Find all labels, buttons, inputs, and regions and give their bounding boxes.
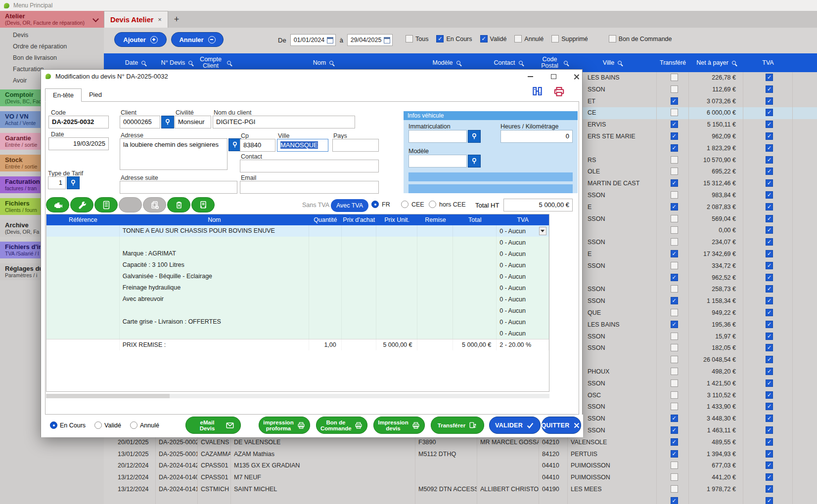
- item-row[interactable]: TONNE A EAU SUR CHASSIS POUR BOVINS ENUV…: [46, 225, 549, 237]
- add-button[interactable]: Ajouter: [114, 32, 167, 47]
- search-icon[interactable]: [564, 61, 568, 65]
- calendar-icon[interactable]: [384, 37, 390, 43]
- tva-checkbox[interactable]: [766, 333, 773, 340]
- tab-close-icon[interactable]: ×: [158, 16, 162, 23]
- transfere-checkbox[interactable]: [671, 109, 678, 116]
- tva-checkbox[interactable]: [766, 497, 773, 504]
- civilite-field[interactable]: Monsieur: [175, 116, 211, 128]
- pays-field[interactable]: [332, 139, 379, 152]
- tva-checkbox[interactable]: [766, 356, 773, 363]
- type-tarif-field[interactable]: 1: [48, 176, 66, 189]
- item-row[interactable]: Galvanisée - Béquille - Eclairage0 - Auc…: [46, 271, 549, 282]
- tva-checkbox[interactable]: [766, 462, 773, 469]
- total-ht-field[interactable]: 5 000,00 €: [503, 199, 573, 211]
- adresse-suite-field[interactable]: [120, 181, 237, 194]
- checkbox-annule[interactable]: [514, 35, 522, 42]
- table-row[interactable]: [104, 496, 817, 504]
- radio-fr[interactable]: [371, 201, 379, 208]
- tab-en-tete[interactable]: En-tête: [45, 88, 82, 102]
- transfere-checkbox[interactable]: [671, 321, 678, 328]
- search-icon[interactable]: [141, 61, 145, 65]
- tva-checkbox[interactable]: [766, 238, 773, 246]
- tva-checkbox[interactable]: [766, 215, 773, 222]
- table-row[interactable]: 13/01/2025DA-2025-0001CAZAMMAAZAM Mathia…: [104, 449, 817, 461]
- tva-checkbox[interactable]: [766, 450, 773, 458]
- filter-supprime[interactable]: Supprimé: [551, 35, 588, 42]
- client-lookup-button[interactable]: [161, 116, 174, 128]
- transferer-button[interactable]: Transférer: [431, 417, 484, 434]
- vehicle-modele-lookup-button[interactable]: [468, 155, 481, 168]
- cancel-button[interactable]: Annuler: [171, 32, 224, 47]
- scrollbar-thumb[interactable]: [46, 394, 170, 398]
- minimize-button[interactable]: [523, 71, 537, 82]
- tva-checkbox[interactable]: [766, 415, 773, 422]
- ville-field[interactable]: MANOSQUE: [277, 139, 328, 152]
- tva-checkbox[interactable]: [766, 97, 773, 105]
- items-hscrollbar[interactable]: [46, 394, 549, 398]
- client-field[interactable]: 00000265: [120, 116, 160, 128]
- transfere-checkbox[interactable]: [671, 274, 678, 281]
- transfere-checkbox[interactable]: [671, 368, 678, 375]
- checkbox-valide[interactable]: [480, 35, 488, 42]
- transfere-checkbox[interactable]: [671, 132, 678, 140]
- transfere-checkbox[interactable]: [671, 438, 678, 446]
- search-icon[interactable]: [227, 61, 231, 65]
- transfere-checkbox[interactable]: [671, 356, 678, 363]
- immatriculation-field[interactable]: [408, 130, 467, 143]
- status-annule[interactable]: Annulé: [130, 421, 159, 429]
- tab-devis-atelier[interactable]: Devis Atelier ×: [104, 11, 168, 28]
- transfere-checkbox[interactable]: [671, 473, 678, 481]
- vehicle-modele-field[interactable]: [408, 155, 467, 168]
- column-header-tva[interactable]: TVA: [743, 53, 793, 72]
- close-button[interactable]: [569, 71, 583, 82]
- transfere-checkbox[interactable]: [671, 415, 678, 422]
- transfere-checkbox[interactable]: [671, 497, 678, 504]
- date-from-input[interactable]: 01/01/2024: [290, 34, 336, 46]
- tva-checkbox[interactable]: [766, 226, 773, 234]
- transfere-checkbox[interactable]: [671, 403, 678, 410]
- radio-hors-cee[interactable]: [429, 201, 436, 208]
- tva-checkbox[interactable]: [766, 168, 773, 175]
- transfere-checkbox[interactable]: [671, 168, 678, 175]
- impression-proforma-button[interactable]: impression proforma: [259, 417, 310, 434]
- transfere-checkbox[interactable]: [671, 144, 678, 152]
- transfere-checkbox[interactable]: [671, 156, 678, 164]
- filter-annule[interactable]: Annulé: [514, 35, 544, 42]
- filter-valide[interactable]: Validé: [480, 35, 507, 42]
- maximize-button[interactable]: [546, 71, 560, 82]
- email-devis-button[interactable]: eMail Devis: [185, 417, 241, 434]
- item-row[interactable]: 0 - Aucun: [46, 305, 549, 316]
- transfere-checkbox[interactable]: [671, 121, 678, 128]
- tva-checkbox[interactable]: [766, 321, 773, 328]
- search-icon[interactable]: [456, 61, 460, 65]
- adresse-field[interactable]: la loubiere chemin des seignieres: [120, 138, 227, 170]
- tva-checkbox[interactable]: [766, 203, 773, 210]
- checkbox-bon-de-commande[interactable]: [609, 35, 616, 42]
- tva-checkbox[interactable]: [766, 274, 773, 281]
- checkbox-supprime[interactable]: [551, 35, 559, 42]
- cp-field[interactable]: 83840: [240, 139, 275, 152]
- search-icon[interactable]: [618, 61, 622, 65]
- table-row[interactable]: 13/12/2024DA-2024-0140CPASS01M7 NEUF0441…: [104, 472, 817, 484]
- transfere-checkbox[interactable]: [671, 97, 678, 105]
- table-row[interactable]: 20/12/2024DA-2024-0142CPASS01M135 GX EX …: [104, 460, 817, 472]
- tva-checkbox[interactable]: [766, 485, 773, 493]
- avec-tva-toggle[interactable]: Avec TVA: [331, 199, 368, 212]
- tva-checkbox[interactable]: [766, 132, 773, 140]
- transfere-checkbox[interactable]: [671, 262, 678, 269]
- print-icon[interactable]: [553, 85, 565, 100]
- valider-button[interactable]: VALIDER: [489, 417, 541, 434]
- sidebar-section-atelier[interactable]: Atelier(Devis, OR, Facture de réparation…: [0, 11, 104, 28]
- tva-checkbox[interactable]: [766, 250, 773, 257]
- date-to-input[interactable]: 29/04/2025: [347, 34, 393, 46]
- status-en-cours[interactable]: En Cours: [50, 421, 86, 429]
- heures-field[interactable]: 0: [500, 130, 573, 143]
- tva-checkbox[interactable]: [766, 85, 773, 93]
- checkbox-en-cours[interactable]: [436, 35, 444, 42]
- transfere-checkbox[interactable]: [671, 333, 678, 340]
- filter-en-cours[interactable]: En Cours: [436, 35, 472, 42]
- tva-checkbox[interactable]: [766, 156, 773, 164]
- tva-checkbox[interactable]: [766, 179, 773, 187]
- tva-checkbox[interactable]: [766, 285, 773, 293]
- transfere-checkbox[interactable]: [671, 379, 678, 387]
